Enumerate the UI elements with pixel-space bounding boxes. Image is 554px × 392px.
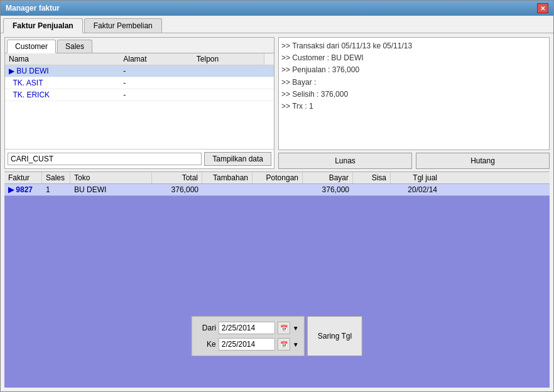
tampilkan-button[interactable]: Tampilkan data <box>204 152 271 166</box>
col-header-total: Total <box>152 172 202 183</box>
cell-sales: 1 <box>42 184 70 195</box>
cell-bayar: 376,000 <box>303 184 353 195</box>
data-table-section: Faktur Sales Toko Total Tambahan Potonga… <box>4 172 550 388</box>
close-button[interactable]: ✕ <box>537 3 548 13</box>
col-header-bayar: Bayar <box>303 172 353 183</box>
ke-dropdown-icon[interactable]: ▼ <box>293 341 299 348</box>
right-panel: >> Transaksi dari 05/11/13 ke 05/11/13 >… <box>278 37 550 169</box>
cell-sisa <box>353 184 391 195</box>
ke-calendar-button[interactable]: 📅 <box>278 338 290 351</box>
customer-table: Nama Alamat Telpon ▶ BU DEWI - <box>5 53 274 101</box>
filter-panel: Dari 📅 ▼ Ke 📅 ▼ <box>192 316 305 356</box>
col-header-telpon: Telpon <box>193 53 264 65</box>
dari-dropdown-icon[interactable]: ▼ <box>293 325 299 332</box>
cell-telpon <box>193 77 264 89</box>
cell-scroll <box>264 77 274 89</box>
dari-label: Dari <box>197 324 216 332</box>
ke-input[interactable] <box>219 338 275 351</box>
window-title: Manager faktur <box>6 4 60 13</box>
info-display: >> Transaksi dari 05/11/13 ke 05/11/13 >… <box>278 37 550 150</box>
title-bar: Manager faktur ✕ <box>1 1 553 16</box>
action-buttons: Lunas Hutang <box>278 153 550 169</box>
col-header-faktur: Faktur <box>4 172 42 183</box>
saring-tgl-button[interactable]: Saring Tgl <box>307 316 362 356</box>
col-header-tgljual: Tgl jual <box>391 172 441 183</box>
ke-row: Ke 📅 ▼ <box>197 338 299 351</box>
cell-scroll <box>264 89 274 101</box>
top-section: Customer Sales Nama Alamat Telpon <box>4 37 550 169</box>
cell-nama: TK. ERICK <box>5 89 119 101</box>
col-header-sisa: Sisa <box>353 172 391 183</box>
cell-telpon <box>193 89 264 101</box>
col-header-nama: Nama <box>5 53 119 65</box>
col-header-tambahan: Tambahan <box>202 172 253 183</box>
table-row[interactable]: ▶ BU DEWI - <box>5 65 274 77</box>
cell-scroll <box>264 65 274 77</box>
col-header-sales: Sales <box>42 172 70 183</box>
cell-alamat: - <box>119 77 193 89</box>
cell-alamat: - <box>119 65 193 77</box>
cell-telpon <box>193 65 264 77</box>
cell-nama: ▶ BU DEWI <box>5 65 119 77</box>
left-panel: Customer Sales Nama Alamat Telpon <box>4 37 274 169</box>
ke-label: Ke <box>197 340 216 349</box>
cell-total: 376,000 <box>152 184 202 195</box>
search-row: Tampilkan data <box>5 149 274 168</box>
table-row[interactable]: TK. ERICK - <box>5 89 274 101</box>
main-window: Manager faktur ✕ Faktur Penjualan Faktur… <box>0 0 554 392</box>
filter-section: Dari 📅 ▼ Ke 📅 ▼ Saring Tgl <box>192 316 362 356</box>
table-row[interactable]: TK. ASIT - <box>5 77 274 89</box>
sub-tab-bar: Customer Sales <box>5 38 274 53</box>
col-header-potongan: Potongan <box>253 172 303 183</box>
search-input[interactable] <box>8 153 202 165</box>
lunas-button[interactable]: Lunas <box>278 153 412 169</box>
col-header-alamat: Alamat <box>119 53 193 65</box>
tab-customer[interactable]: Customer <box>7 40 56 53</box>
dari-row: Dari 📅 ▼ <box>197 322 299 334</box>
scroll-header <box>264 53 274 65</box>
col-header-toko: Toko <box>70 172 152 183</box>
tab-faktur-pembelian[interactable]: Faktur Pembelian <box>84 18 162 33</box>
cell-faktur: ▶ 9827 <box>4 184 42 195</box>
main-tab-bar: Faktur Penjualan Faktur Pembelian <box>1 16 553 33</box>
tab-sales[interactable]: Sales <box>57 40 92 53</box>
cell-nama: TK. ASIT <box>5 77 119 89</box>
hutang-button[interactable]: Hutang <box>416 153 550 169</box>
data-table-header: Faktur Sales Toko Total Tambahan Potonga… <box>4 172 550 184</box>
cell-tgljual: 20/02/14 <box>391 184 441 195</box>
customer-table-container: Nama Alamat Telpon ▶ BU DEWI - <box>5 53 274 149</box>
cell-alamat: - <box>119 89 193 101</box>
content-area: Customer Sales Nama Alamat Telpon <box>1 33 553 391</box>
cell-toko: BU DEWI <box>70 184 152 195</box>
cell-tambahan <box>202 184 253 195</box>
cell-potongan <box>253 184 303 195</box>
data-row[interactable]: ▶ 9827 1 BU DEWI 376,000 376,000 20/02/1… <box>4 184 550 196</box>
dari-calendar-button[interactable]: 📅 <box>278 322 290 334</box>
dari-input[interactable] <box>219 322 275 334</box>
tab-faktur-penjualan[interactable]: Faktur Penjualan <box>3 18 83 33</box>
